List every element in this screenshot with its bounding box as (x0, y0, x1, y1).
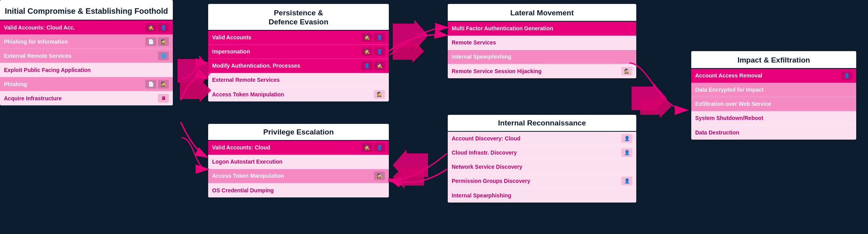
list-item: Access Token Manipulation 🕵 (208, 87, 389, 101)
list-item: Network Service Discovery (448, 160, 636, 174)
list-item: Multi Factor Authentication Generation (448, 22, 636, 36)
list-item: Phishing 📄 🕵 (0, 77, 173, 91)
panel-initial-compromise: Initial Compromise & Establishing Footho… (0, 0, 173, 105)
list-item: Logon Autostart Execution (208, 155, 389, 169)
person-icon: 👤 (374, 33, 385, 42)
list-item: Phishing for Information 📄 🕵 (0, 35, 173, 49)
panel-header-lateral: Lateral Movement (448, 4, 636, 21)
server-icon: 🖥 (158, 94, 169, 103)
spy-icon: 🕵 (158, 37, 169, 46)
big-arrow-2 (393, 39, 424, 63)
svg-marker-5 (180, 79, 211, 102)
spy-icon: 🕵 (374, 61, 385, 70)
person-icon: 👤 (374, 143, 385, 152)
spy-icon: 🕵 (621, 67, 632, 76)
list-item: Data Destruction (691, 125, 856, 140)
list-item: Exfiltration over Web Service (691, 97, 856, 111)
spy-icon: 🕵 (361, 47, 372, 56)
panel-header-privilege: Privilege Escalation (208, 124, 389, 140)
list-item: Internal Spearphishing (448, 188, 636, 203)
person-icon: 👤 (621, 177, 632, 185)
panel-header-initial: Initial Compromise & Establishing Footho… (0, 0, 173, 20)
person-icon: 👤 (621, 148, 632, 157)
list-item: Account Access Removal 👤 (691, 69, 856, 83)
big-arrow-1 (180, 79, 211, 102)
panel-header-impact: Impact & Exfiltration (691, 51, 856, 68)
svg-marker-6 (393, 39, 424, 63)
panel-header-persistence: Persistence &Defence Evasion (208, 4, 389, 30)
person-icon: 👤 (841, 71, 852, 80)
svg-marker-7 (393, 165, 424, 189)
person-icon: 👤 (621, 134, 632, 143)
panel-internal-recon: Internal Reconnaissance Account Discover… (448, 115, 636, 203)
big-arrow-3 (393, 165, 424, 189)
list-item: Permission Groups Discovery 👤 (448, 174, 636, 188)
person-icon: 👤 (158, 23, 169, 32)
list-item: Valid Accounts 🕵 👤 (208, 31, 389, 45)
list-item: External Remote Services (208, 73, 389, 87)
spy-icon: 🕵 (361, 33, 372, 42)
spy-icon: 🕵 (361, 143, 372, 152)
panel-persistence: Persistence &Defence Evasion Valid Accou… (208, 4, 389, 101)
panel-header-recon: Internal Reconnaissance (448, 115, 636, 131)
globe-icon: 🌐 (158, 52, 169, 60)
svg-marker-8 (640, 94, 672, 118)
doc-icon: 📄 (145, 80, 156, 88)
diagram-container: Initial Compromise & Establishing Footho… (0, 0, 868, 234)
list-item: External Remote Services 🌐 (0, 49, 173, 63)
list-item: System Shutdown/Reboot (691, 111, 856, 125)
spy-icon: 🕵 (145, 23, 156, 32)
panel-lateral-movement: Lateral Movement Multi Factor Authentica… (448, 4, 636, 78)
list-item: Account Discovery: Cloud 👤 (448, 132, 636, 146)
panel-privilege-escalation: Privilege Escalation Valid Accounts: Clo… (208, 124, 389, 197)
spy-icon: 🕵 (374, 171, 385, 180)
list-item: Remote Services (448, 36, 636, 50)
list-item: Internal Spearphishing (448, 50, 636, 64)
big-arrow-4 (640, 94, 672, 118)
list-item: Acquire Infrastructure 🖥 (0, 91, 173, 105)
list-item: Exploit Public Facing Application (0, 63, 173, 77)
list-item: Valid Accounts: Cloud 🕵 👤 (208, 141, 389, 155)
spy-icon: 🕵 (374, 90, 385, 99)
list-item: Data Encrypted for Impact (691, 83, 856, 97)
person-icon: 👤 (361, 61, 372, 70)
list-item: Access Token Manipulation 🕵 (208, 169, 389, 183)
list-item: Modify Authentication. Processes 👤 🕵 (208, 59, 389, 73)
panel-impact-exfiltration: Impact & Exfiltration Account Access Rem… (691, 51, 856, 140)
list-item: OS Credential Dumping (208, 183, 389, 197)
list-item: Valid Accounts: Cloud Acc. 🕵 👤 (0, 20, 173, 35)
list-item: Impersonation 🕵 👤 (208, 45, 389, 59)
list-item: Cloud Infrastr. Discovery 👤 (448, 146, 636, 160)
list-item: Remote Service Session Hijacking 🕵 (448, 64, 636, 78)
doc-icon: 📄 (145, 37, 156, 46)
spy-icon: 🕵 (158, 80, 169, 88)
person-icon: 👤 (374, 47, 385, 56)
